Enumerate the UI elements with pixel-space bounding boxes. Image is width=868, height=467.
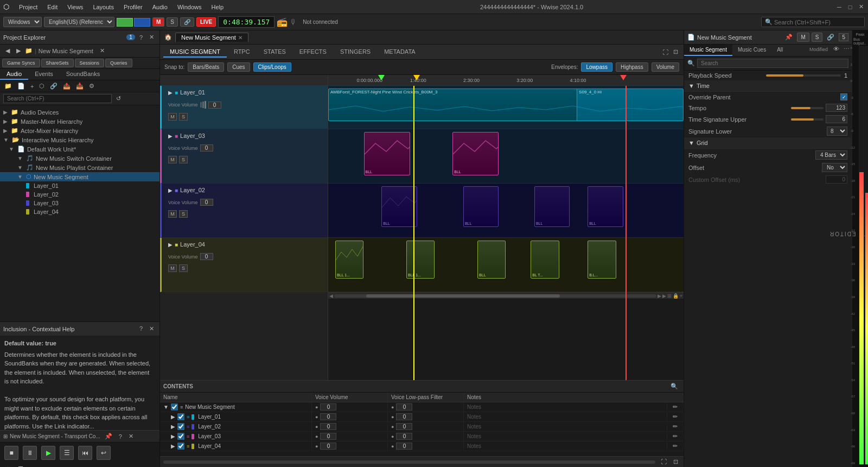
table-cell-segment-edit[interactable]: ✏ <box>667 402 684 412</box>
menu-views[interactable]: Views <box>63 3 87 11</box>
prop-s-btn[interactable]: S <box>812 33 823 42</box>
help-icon[interactable]: ? <box>137 324 145 333</box>
table-row-layer03[interactable]: ▶ ≡ Layer_03 ● ● Notes <box>160 432 684 441</box>
panel-help-icon[interactable]: ? <box>137 33 145 42</box>
menu-edit[interactable]: Edit <box>43 3 62 11</box>
table-row-segment[interactable]: ▼ ≡ New Music Segment ● ● Notes <box>160 402 684 412</box>
tree-playlist-container[interactable]: ▼ 🎵 New Music Playlist Container <box>0 163 159 172</box>
edit-icon-segment[interactable]: ✏ <box>671 402 680 411</box>
menu-profiler[interactable]: Profiler <box>119 3 147 11</box>
time-section-header[interactable]: ▼ Time <box>684 80 852 92</box>
timeline-play-icon[interactable]: ▶ <box>662 293 666 299</box>
row-expand-icon-l3[interactable]: ▶ <box>171 433 175 439</box>
prop-tab-music-segment[interactable]: Music Segment <box>684 45 732 56</box>
transport-help-icon[interactable]: ? <box>117 432 124 441</box>
layer03-track-content[interactable]: BLL BLL <box>328 129 684 184</box>
l4-vol-input[interactable] <box>320 443 336 450</box>
seg-tab-stingers[interactable]: STINGERS <box>334 47 377 58</box>
more-options-icon[interactable]: ⊡ <box>671 47 680 56</box>
timeline-zoom-icon[interactable]: + <box>680 293 682 299</box>
expand-table-icon[interactable]: ⛶ <box>659 457 669 466</box>
prop-tab-music-cues[interactable]: Music Cues <box>732 45 771 56</box>
layer03-s-btn[interactable]: S <box>179 156 188 163</box>
prop-eye-icon[interactable]: 👁 <box>831 45 841 56</box>
breadcrumb-close-icon[interactable]: ✕ <box>98 46 107 55</box>
tree-layer-02[interactable]: Layer_02 <box>0 190 159 199</box>
tree-actor-mixer[interactable]: ▶ 📁 Actor-Mixer Hierarchy <box>0 126 159 135</box>
env-volume[interactable]: Volume <box>652 62 679 72</box>
tree-master-mixer[interactable]: ▶ 📁 Master-Mixer Hierarchy <box>0 117 159 126</box>
tempo-slider[interactable] <box>791 107 824 109</box>
l2-lowpass-input[interactable] <box>396 423 412 430</box>
tree-toolbar-icon-1[interactable]: 📁 <box>2 81 14 91</box>
row-checkbox-segment[interactable] <box>171 403 178 411</box>
minimize-button[interactable]: ─ <box>835 3 843 11</box>
row-expand-icon[interactable]: ▼ <box>163 404 169 410</box>
play-button[interactable]: ▶ <box>41 446 55 460</box>
l3-lowpass-input[interactable] <box>396 433 412 440</box>
prop-search-input[interactable] <box>697 59 848 68</box>
tree-layer-03[interactable]: Layer_03 <box>0 199 159 207</box>
transport-close-icon[interactable]: ✕ <box>126 432 136 441</box>
table-row-layer02[interactable]: ▶ ≡ Layer_02 ● ● Notes <box>160 422 684 432</box>
edit-icon-l2[interactable]: ✏ <box>671 422 680 431</box>
layer04-track-content[interactable]: BLL 1... BLL 1... BLL BL T... <box>328 238 684 292</box>
tab-audio[interactable]: Audio <box>0 69 28 80</box>
tree-toolbar-icon-6[interactable]: 📤 <box>61 81 73 91</box>
snap-bars-beats[interactable]: Bars/Beats <box>188 62 224 72</box>
layer02-s-btn[interactable]: S <box>179 210 188 218</box>
layer04-clip-4[interactable]: BL T... <box>531 241 559 279</box>
layer04-expand-icon[interactable]: ▶ <box>168 242 173 248</box>
search-refresh-icon[interactable]: ↺ <box>114 94 123 103</box>
time-sig-upper-slider[interactable] <box>791 118 824 121</box>
menu-help[interactable]: Help <box>207 3 228 11</box>
layer01-audio-clip[interactable]: AMBForst_FOREST-Night Pine Wind Crickets… <box>328 89 684 121</box>
menu-layouts[interactable]: Layouts <box>88 3 118 11</box>
layer02-clip-2[interactable]: BLL <box>463 186 499 227</box>
row-checkbox-l2[interactable] <box>177 423 184 430</box>
tree-toolbar-icon-3[interactable]: + <box>28 82 36 91</box>
undo-button[interactable]: ↩ <box>97 446 111 460</box>
l1-vol-input[interactable] <box>320 413 336 420</box>
playback-speed-slider[interactable] <box>766 74 840 77</box>
tree-interactive-music[interactable]: ▼ 📂 Interactive Music Hierarchy <box>0 135 159 144</box>
layer04-m-btn[interactable]: M <box>168 264 177 272</box>
tree-toolbar-icon-2[interactable]: 📄 <box>15 81 27 91</box>
override-parent-checkbox[interactable] <box>840 93 847 100</box>
tempo-input[interactable] <box>826 104 847 112</box>
tree-layer-04[interactable]: Layer_04 <box>0 207 159 216</box>
layer04-clip-3[interactable]: BLL <box>477 241 506 279</box>
row-expand-icon-l4[interactable]: ▶ <box>171 443 175 449</box>
nav-forward-button[interactable]: ▶ <box>14 46 23 55</box>
layer04-clip-1[interactable]: BLL 1... <box>335 241 363 279</box>
platform-selector[interactable]: Windows <box>3 17 42 27</box>
layer01-expand-icon[interactable]: ▶ <box>168 90 173 96</box>
tree-switch-container[interactable]: ▼ 🎵 New Music Switch Container <box>0 154 159 163</box>
scrollbar-track[interactable] <box>334 294 656 298</box>
time-sig-upper-input[interactable] <box>826 115 847 123</box>
seg-tab-music-segment[interactable]: MUSIC SEGMENT <box>163 47 227 58</box>
category-game-syncs[interactable]: Game Syncs <box>2 59 40 67</box>
prop-tab-all[interactable]: All <box>771 45 788 56</box>
table-row-layer01[interactable]: ▶ ≡ Layer_01 ● ● Notes <box>160 412 684 422</box>
layer01-m-btn[interactable]: M <box>168 113 177 121</box>
tree-layer-01[interactable]: Layer_01 <box>0 181 159 190</box>
layer03-m-btn[interactable]: M <box>168 156 177 163</box>
segment-vol-input[interactable] <box>320 403 336 411</box>
expand-icon[interactable]: ⛶ <box>660 48 671 56</box>
transport-settings-icon[interactable]: + <box>28 465 35 468</box>
speaker-icon[interactable]: 📻 <box>277 17 288 27</box>
prop-pin-icon[interactable]: 📌 <box>783 33 795 42</box>
tree-toolbar-icon-7[interactable]: 📥 <box>74 81 86 91</box>
seg-tab-rtpc[interactable]: RTPC <box>227 47 257 58</box>
tree-audio-devices[interactable]: ▶ 📁 Audio Devices <box>0 108 159 117</box>
layer03-expand-icon[interactable]: ▶ <box>168 133 173 139</box>
tree-default-work-unit[interactable]: ▼ 📄 Default Work Unit* <box>0 144 159 154</box>
maximize-button[interactable]: □ <box>846 3 854 11</box>
menu-audio[interactable]: Audio <box>148 3 172 11</box>
tab-events[interactable]: Events <box>28 69 60 80</box>
row-checkbox-l4[interactable] <box>177 443 184 450</box>
table-cell-l2-edit[interactable]: ✏ <box>667 422 684 431</box>
timeline-lock-icon[interactable]: 🔒 <box>673 293 679 299</box>
edit-icon-l4[interactable]: ✏ <box>671 441 680 450</box>
